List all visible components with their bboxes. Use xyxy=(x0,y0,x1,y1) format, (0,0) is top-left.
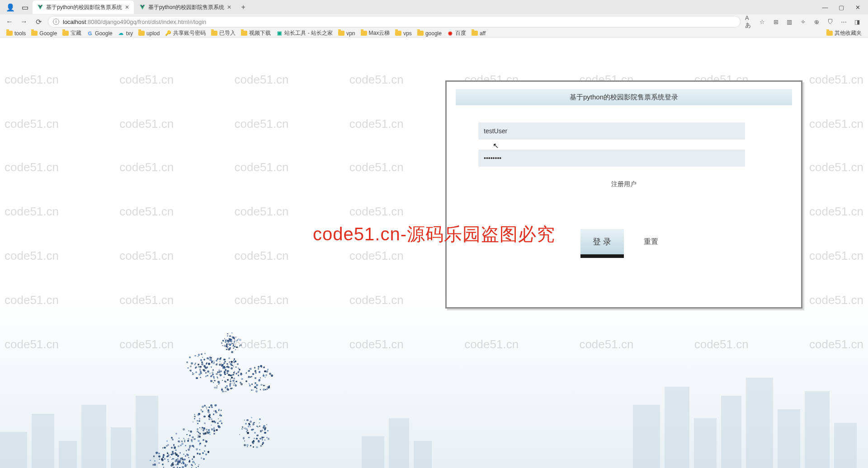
bookmark-vpn[interactable]: vpn xyxy=(338,30,355,37)
back-button[interactable]: ← xyxy=(5,17,14,27)
read-aloud-icon[interactable]: Aあ xyxy=(745,18,752,25)
cloud-icon: ☁ xyxy=(118,30,124,37)
bookmark-tools[interactable]: tools xyxy=(6,30,26,37)
url-host: localhost xyxy=(63,19,86,25)
login-form: 注册用户 登 录 重置 xyxy=(456,122,792,258)
bookmark-aff[interactable]: aff xyxy=(472,30,486,37)
browser-tab-0[interactable]: 基于python的校园影院售票系统 ✕ xyxy=(33,0,134,14)
svg-rect-9 xyxy=(633,405,660,468)
svg-rect-8 xyxy=(414,441,432,468)
folder-icon xyxy=(211,31,217,36)
close-icon[interactable]: ✕ xyxy=(125,4,129,10)
site-info-icon[interactable]: i xyxy=(53,19,59,25)
svg-rect-4 xyxy=(111,427,131,468)
maximize-icon[interactable]: ▢ xyxy=(837,4,845,11)
tab-strip: 👤 ▭ 基于python的校园影院售票系统 ✕ 基于python的校园影院售票系… xyxy=(0,0,868,14)
svg-rect-7 xyxy=(389,418,409,468)
new-tab-button[interactable]: + xyxy=(237,1,250,14)
folder-icon xyxy=(31,31,38,36)
folder-icon xyxy=(395,31,401,36)
register-link[interactable]: 注册用户 xyxy=(478,180,769,188)
login-title: 基于python的校园影院售票系统登录 xyxy=(456,89,792,105)
browser-chrome: 👤 ▭ 基于python的校园影院售票系统 ✕ 基于python的校园影院售票系… xyxy=(0,0,868,37)
close-window-icon[interactable]: ✕ xyxy=(854,4,862,11)
bookmark-import[interactable]: 已导入 xyxy=(211,29,236,37)
svg-rect-3 xyxy=(81,405,106,468)
minimize-icon[interactable]: — xyxy=(821,4,829,11)
tab-title: 基于python的校园影院售票系统 xyxy=(148,4,224,11)
bookmark-google[interactable]: Google xyxy=(31,30,57,37)
sidebar-icon[interactable]: ◨ xyxy=(854,18,861,25)
vue-icon xyxy=(139,4,146,10)
svg-rect-16 xyxy=(834,423,857,468)
folder-icon xyxy=(826,31,833,36)
tool-icon: ▣ xyxy=(276,30,283,37)
bookmark-txy[interactable]: ☁txy xyxy=(118,30,133,37)
tabs-overview-icon[interactable]: ▭ xyxy=(21,3,29,11)
extensions-icon[interactable]: ⊞ xyxy=(772,18,779,25)
address-row: ← → ⟳ i localhost:8080/django490gq/front… xyxy=(0,14,868,29)
tab-title: 基于python的校园影院售票系统 xyxy=(46,4,122,11)
menu-icon[interactable]: ⋯ xyxy=(840,18,847,25)
skyline-decoration xyxy=(0,351,868,468)
svg-rect-13 xyxy=(746,378,773,468)
baidu-icon: ◉ xyxy=(447,30,453,37)
svg-rect-6 xyxy=(362,436,384,468)
page-content: code51.cncode51.cncode51.cncode51.cncode… xyxy=(0,37,868,468)
password-input[interactable] xyxy=(478,150,745,167)
vue-icon xyxy=(37,4,43,10)
browser-tab-1[interactable]: 基于python的校园影院售票系统 ✕ xyxy=(135,0,236,14)
login-button[interactable]: 登 录 xyxy=(580,229,624,258)
folder-icon xyxy=(417,31,424,36)
key-icon: 🔑 xyxy=(165,30,171,37)
other-bookmarks[interactable]: 其他收藏夹 xyxy=(826,29,862,37)
bookmark-uplod[interactable]: uplod xyxy=(138,30,160,37)
toolbar-icons: Aあ ☆ ⊞ ▥ ✧ ⊕ ⛉ ⋯ ◨ xyxy=(745,18,863,25)
app-icon[interactable]: ⊕ xyxy=(813,18,820,25)
svg-rect-12 xyxy=(721,396,741,468)
bookmark-zhanzhang[interactable]: ▣站长工具 - 站长之家 xyxy=(276,29,333,37)
folder-icon xyxy=(241,31,247,36)
bookmark-vps[interactable]: vps xyxy=(395,30,412,37)
reload-button[interactable]: ⟳ xyxy=(33,17,43,27)
svg-rect-14 xyxy=(778,409,800,468)
profile-icon[interactable]: 👤 xyxy=(6,3,14,11)
svg-rect-2 xyxy=(59,441,77,468)
google-icon: G xyxy=(87,30,93,37)
bookmark-google3[interactable]: google xyxy=(417,30,442,37)
bookmark-baidu[interactable]: ◉百度 xyxy=(447,29,466,37)
address-bar[interactable]: i localhost:8080/django490gq/front/dist/… xyxy=(48,16,741,28)
username-input[interactable] xyxy=(478,122,745,140)
folder-icon xyxy=(472,31,478,36)
window-controls: — ▢ ✕ xyxy=(821,4,868,11)
bookmark-max[interactable]: Max云梯 xyxy=(361,29,390,37)
collections-icon[interactable]: ▥ xyxy=(786,18,793,25)
svg-rect-11 xyxy=(694,418,717,468)
folder-icon xyxy=(361,31,367,36)
folder-icon xyxy=(6,31,13,36)
runner-figure xyxy=(140,314,303,468)
bookmarks-bar: tools Google 宝藏 GGoogle ☁txy uplod 🔑共享账号… xyxy=(0,29,868,37)
svg-rect-0 xyxy=(0,432,27,468)
bookmark-video[interactable]: 视频下载 xyxy=(241,29,271,37)
folder-icon xyxy=(62,31,69,36)
login-panel: 基于python的校园影院售票系统登录 注册用户 登 录 重置 xyxy=(445,80,802,309)
reset-button[interactable]: 重置 xyxy=(635,229,667,254)
svg-rect-15 xyxy=(805,391,830,468)
url-path: :8080/django490gq/front/dist/index.html#… xyxy=(86,19,206,25)
shield-icon[interactable]: ⛉ xyxy=(826,18,834,25)
close-icon[interactable]: ✕ xyxy=(227,4,231,10)
svg-rect-1 xyxy=(32,414,54,468)
bookmark-google2[interactable]: GGoogle xyxy=(87,30,113,37)
svg-rect-10 xyxy=(665,387,689,468)
favorites-icon[interactable]: ✧ xyxy=(799,18,807,25)
folder-icon xyxy=(138,31,145,36)
bookmark-share[interactable]: 🔑共享账号密码 xyxy=(165,29,206,37)
star-icon[interactable]: ☆ xyxy=(759,18,766,25)
folder-icon xyxy=(338,31,344,36)
bookmark-baozang[interactable]: 宝藏 xyxy=(62,29,81,37)
forward-button[interactable]: → xyxy=(19,17,29,27)
